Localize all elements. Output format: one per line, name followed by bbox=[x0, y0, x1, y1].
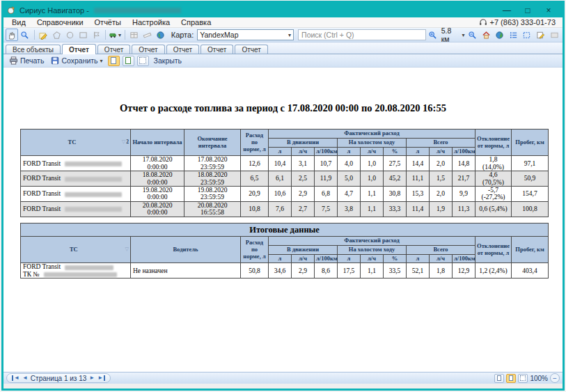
sub-col-lh: л/ч bbox=[430, 147, 453, 156]
sub-col-l100: л/100км bbox=[453, 147, 475, 156]
cell: 9,9 bbox=[453, 187, 475, 202]
print-button[interactable]: Печать bbox=[7, 55, 46, 66]
col-header-tc[interactable]: ТС▽2 bbox=[21, 130, 131, 156]
cell: 1,1 bbox=[361, 187, 384, 202]
prev-page-button[interactable]: ◄ bbox=[22, 375, 28, 381]
fit-width-button[interactable] bbox=[518, 374, 528, 383]
object-list-button[interactable] bbox=[507, 29, 519, 41]
view-single-page-button[interactable] bbox=[108, 56, 120, 66]
cell: 18.08.2020 0:00:00 bbox=[131, 171, 184, 187]
next-page-button[interactable]: ► bbox=[89, 375, 95, 381]
tab-report-3[interactable]: Отчет bbox=[132, 45, 164, 54]
view-fit-width-button[interactable] bbox=[137, 56, 149, 66]
zoom-in-button[interactable] bbox=[427, 29, 439, 41]
col-header-mileage[interactable]: Пробег, км bbox=[512, 237, 549, 263]
sort-indicator: ▽ bbox=[125, 246, 129, 252]
cell: 1,8 (14,0%) bbox=[475, 156, 512, 171]
cell: 1,0 bbox=[361, 171, 384, 187]
flag-tool-button[interactable] bbox=[90, 29, 102, 41]
cell: 97,1 bbox=[512, 156, 549, 171]
table-view-button[interactable] bbox=[128, 29, 141, 41]
actual-size-button[interactable] bbox=[494, 374, 504, 383]
tab-report-4[interactable]: Отчет bbox=[166, 45, 199, 54]
save-dropdown-caret[interactable]: ▾ bbox=[100, 58, 103, 64]
zoom-decrease-button[interactable]: − bbox=[550, 373, 560, 383]
cell: 0,6 (5,4%) bbox=[475, 201, 512, 217]
minimize-button[interactable]: — bbox=[496, 3, 517, 17]
col-header-end[interactable]: Окончание интервала bbox=[184, 130, 241, 156]
last-page-button[interactable]: ► bbox=[97, 375, 105, 381]
table-icon bbox=[129, 31, 139, 40]
col-header-mileage[interactable]: Пробег, км bbox=[512, 130, 549, 156]
image-button[interactable] bbox=[548, 29, 560, 41]
col-header-deviation[interactable]: Отклонение от нормы, л bbox=[475, 130, 512, 156]
pan-tool-button[interactable] bbox=[6, 29, 18, 41]
cell: 33,3 bbox=[384, 201, 407, 217]
col-header-start[interactable]: Начало интервала bbox=[131, 130, 184, 156]
world-map-button[interactable] bbox=[494, 29, 506, 41]
close-button[interactable]: × bbox=[538, 3, 559, 17]
vehicle-cell: FORD Transit bbox=[21, 156, 131, 171]
redacted-text bbox=[44, 272, 117, 277]
cell: 27,5 bbox=[384, 156, 407, 171]
polygon-tool-button[interactable] bbox=[51, 29, 63, 41]
vehicle-icon bbox=[109, 31, 118, 40]
cell: 19.08.2020 23:59:59 bbox=[184, 187, 241, 202]
cell: 18.08.2020 23:59:59 bbox=[184, 171, 241, 187]
zoom-tool-button[interactable] bbox=[19, 29, 31, 41]
edit-map-button[interactable] bbox=[38, 29, 50, 41]
first-page-button[interactable]: ◄ bbox=[12, 375, 19, 381]
redacted-text bbox=[65, 177, 122, 182]
tab-report-2[interactable]: Отчет bbox=[97, 45, 130, 54]
scale-caret-icon[interactable]: ▾ bbox=[462, 32, 465, 38]
home-button[interactable] bbox=[480, 29, 492, 41]
sub-col-pct: % bbox=[384, 147, 407, 156]
globe-tool-button[interactable] bbox=[155, 29, 167, 41]
cell: 154,7 bbox=[512, 187, 549, 202]
save-button[interactable]: Сохранить ▾ bbox=[49, 55, 104, 66]
col-header-tc[interactable]: ТС▽ bbox=[21, 237, 131, 263]
close-report-button[interactable]: Закрыть bbox=[152, 55, 184, 66]
zoom-out-button[interactable] bbox=[466, 29, 479, 41]
rectangle-tool-button[interactable] bbox=[77, 29, 89, 41]
cell: 2,0 bbox=[430, 187, 453, 202]
tab-report-6[interactable]: Отчет bbox=[235, 45, 267, 54]
cell: 1,5 bbox=[430, 171, 453, 187]
vehicle-menu-button[interactable]: ▾ bbox=[109, 29, 122, 41]
cell: 1,1 bbox=[361, 263, 384, 279]
cell: 6,1 bbox=[269, 171, 292, 187]
col-header-norm[interactable]: Расход по норме, л bbox=[241, 237, 269, 263]
col-header-norm[interactable]: Расход по норме, л bbox=[241, 130, 269, 156]
search-input[interactable] bbox=[298, 29, 426, 40]
maximize-button[interactable]: □ bbox=[517, 3, 538, 17]
map-select[interactable]: YandexMap ▾ bbox=[197, 29, 294, 40]
tab-all-objects[interactable]: Все объекты bbox=[6, 45, 61, 54]
menu-spravochniki[interactable]: Справочники bbox=[31, 18, 89, 26]
circle-tool-button[interactable] bbox=[64, 29, 77, 41]
pages-icon bbox=[520, 375, 526, 381]
tab-report-5[interactable]: Отчет bbox=[201, 45, 233, 54]
tab-report-1[interactable]: Отчет bbox=[62, 44, 96, 54]
cell: 10,8 bbox=[241, 201, 269, 217]
selection-area-button[interactable] bbox=[521, 29, 533, 41]
cell: 2,9 bbox=[292, 263, 315, 279]
menu-nastroyka[interactable]: Настройка bbox=[127, 18, 175, 26]
zoom-in-icon bbox=[428, 31, 437, 40]
map-scale-value[interactable]: 5.8 км bbox=[441, 26, 460, 43]
menu-vid[interactable]: Вид bbox=[6, 18, 31, 26]
cell: 19.08.2020 0:00:00 bbox=[131, 187, 184, 202]
selection-icon bbox=[522, 31, 531, 40]
col-header-deviation[interactable]: Отклонение от нормы, л bbox=[475, 237, 512, 263]
notes-button[interactable] bbox=[535, 29, 547, 41]
fit-page-button[interactable] bbox=[506, 374, 516, 383]
redacted-text bbox=[65, 162, 122, 166]
view-fit-page-button[interactable] bbox=[123, 56, 134, 66]
ruler-tool-button[interactable] bbox=[141, 29, 154, 41]
cell: 15,3 bbox=[407, 187, 430, 202]
menu-spravka[interactable]: Справка bbox=[175, 18, 217, 26]
col-header-driver[interactable]: Водитель bbox=[131, 237, 241, 263]
window-footer bbox=[3, 384, 563, 389]
menu-otchety[interactable]: Отчёты bbox=[89, 18, 127, 26]
cell: 2,5 bbox=[292, 171, 315, 187]
cell: 4,7 bbox=[338, 187, 361, 202]
